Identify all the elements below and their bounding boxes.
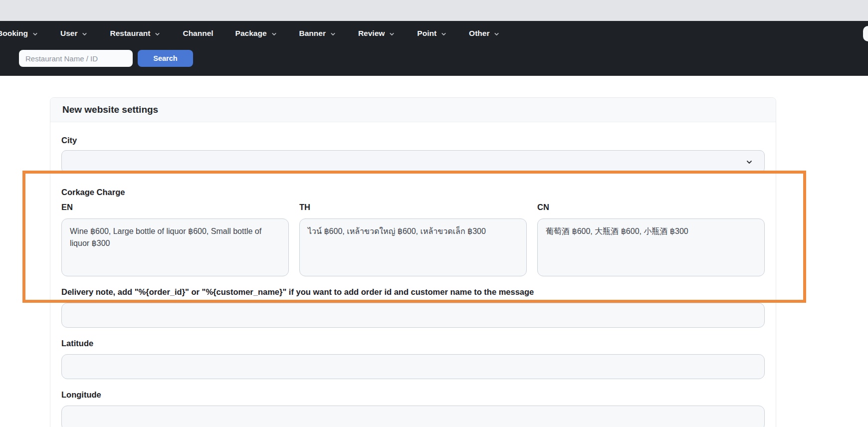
corkage-th-textarea[interactable]: ไวน์ ฿600, เหล้าขวดใหญ่ ฿600, เหล้าขวดเล… bbox=[299, 218, 527, 276]
nav-item-label: Other bbox=[469, 29, 489, 38]
restaurant-search-input[interactable] bbox=[19, 50, 133, 67]
chevron-down-icon bbox=[81, 31, 88, 37]
nav-item-review[interactable]: Review bbox=[358, 29, 395, 38]
delivery-note-group: Delivery note, add "%{order_id}" or "%{c… bbox=[61, 287, 765, 328]
corkage-th-column: TH ไวน์ ฿600, เหล้าขวดใหญ่ ฿600, เหล้าขว… bbox=[299, 197, 527, 276]
nav-item-user[interactable]: User bbox=[60, 29, 88, 38]
nav-links: Booking User Restaurant Channel Package … bbox=[0, 21, 868, 42]
longitude-label: Longitude bbox=[61, 390, 765, 400]
nav-item-other[interactable]: Other bbox=[469, 29, 500, 38]
corkage-cn-column: CN 葡萄酒 ฿600, 大瓶酒 ฿600, 小瓶酒 ฿300 bbox=[537, 197, 765, 276]
partial-cutoff-button[interactable] bbox=[863, 26, 868, 41]
corkage-en-textarea[interactable]: Wine ฿600, Large bottle of liquor ฿600, … bbox=[61, 218, 289, 276]
nav-item-label: Booking bbox=[0, 29, 28, 38]
nav-item-label: Banner bbox=[299, 29, 326, 38]
corkage-cn-textarea[interactable]: 葡萄酒 ฿600, 大瓶酒 ฿600, 小瓶酒 ฿300 bbox=[537, 218, 765, 276]
nav-item-banner[interactable]: Banner bbox=[299, 29, 336, 38]
nav-item-restaurant[interactable]: Restaurant bbox=[110, 29, 161, 38]
longitude-group: Longitude bbox=[61, 390, 765, 427]
corkage-th-label: TH bbox=[299, 203, 527, 212]
nav-item-channel[interactable]: Channel bbox=[183, 29, 213, 38]
chevron-down-icon bbox=[271, 31, 277, 37]
city-select[interactable] bbox=[61, 150, 765, 173]
chevron-down-icon bbox=[32, 31, 38, 37]
latitude-label: Latitude bbox=[61, 339, 765, 348]
page-title: New website settings bbox=[62, 104, 764, 115]
main-content: New website settings City Corkage Charge… bbox=[0, 97, 868, 427]
os-top-strip bbox=[0, 0, 868, 21]
nav-item-label: User bbox=[60, 29, 77, 38]
nav-item-label: Review bbox=[358, 29, 385, 38]
nav-item-point[interactable]: Point bbox=[417, 29, 447, 38]
city-field-group: City bbox=[61, 136, 765, 173]
corkage-en-column: EN Wine ฿600, Large bottle of liquor ฿60… bbox=[61, 197, 289, 276]
card-body: City Corkage Charge EN Wine ฿600, Large … bbox=[50, 122, 776, 427]
nav-item-label: Package bbox=[235, 29, 267, 38]
delivery-note-label: Delivery note, add "%{order_id}" or "%{c… bbox=[61, 287, 765, 297]
longitude-input[interactable] bbox=[61, 406, 765, 427]
nav-item-label: Point bbox=[417, 29, 436, 38]
nav-item-label: Restaurant bbox=[110, 29, 150, 38]
navbar: Booking User Restaurant Channel Package … bbox=[0, 21, 868, 76]
corkage-charge-group: Corkage Charge EN Wine ฿600, Large bottl… bbox=[61, 188, 765, 276]
city-label: City bbox=[61, 136, 765, 145]
card-header: New website settings bbox=[50, 98, 776, 122]
corkage-cn-label: CN bbox=[537, 203, 765, 212]
nav-item-booking[interactable]: Booking bbox=[0, 29, 38, 38]
nav-item-package[interactable]: Package bbox=[235, 29, 277, 38]
chevron-down-icon bbox=[440, 31, 447, 37]
corkage-charge-label: Corkage Charge bbox=[61, 188, 765, 197]
chevron-down-icon bbox=[330, 31, 336, 37]
page: { "navbar": { "items": [ { "label": "Boo… bbox=[0, 0, 868, 427]
search-button[interactable]: Search bbox=[138, 50, 193, 67]
restaurant-search-bar: Search bbox=[19, 50, 868, 67]
chevron-down-icon bbox=[493, 31, 500, 37]
latitude-input[interactable] bbox=[61, 354, 765, 379]
chevron-down-icon bbox=[389, 31, 395, 37]
nav-item-label: Channel bbox=[183, 29, 213, 38]
chevron-down-icon bbox=[745, 158, 753, 168]
latitude-group: Latitude bbox=[61, 339, 765, 379]
corkage-en-label: EN bbox=[61, 203, 289, 212]
new-website-settings-card: New website settings City Corkage Charge… bbox=[50, 97, 776, 427]
chevron-down-icon bbox=[154, 31, 161, 37]
corkage-lang-row: EN Wine ฿600, Large bottle of liquor ฿60… bbox=[61, 197, 765, 276]
delivery-note-input[interactable] bbox=[61, 303, 765, 328]
